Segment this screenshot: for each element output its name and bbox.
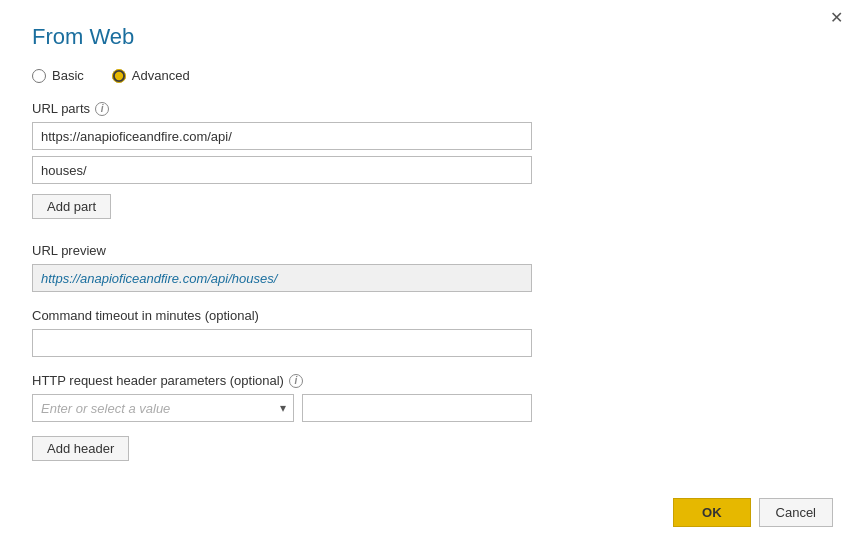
- advanced-label: Advanced: [132, 68, 190, 83]
- header-select-wrapper: Enter or select a value: [32, 394, 294, 422]
- basic-label: Basic: [52, 68, 84, 83]
- url-parts-label: URL parts i: [32, 101, 825, 116]
- basic-radio[interactable]: [32, 69, 46, 83]
- url-preview-value: https://anapioficeandfire.com/api/houses…: [32, 264, 532, 292]
- url-part-1-input[interactable]: [32, 122, 532, 150]
- command-timeout-input[interactable]: [32, 329, 532, 357]
- http-header-label: HTTP request header parameters (optional…: [32, 373, 825, 388]
- dialog-footer: OK Cancel: [673, 498, 833, 527]
- url-preview-label: URL preview: [32, 243, 825, 258]
- header-value-input[interactable]: [302, 394, 532, 422]
- cancel-button[interactable]: Cancel: [759, 498, 833, 527]
- ok-button[interactable]: OK: [673, 498, 751, 527]
- header-select[interactable]: Enter or select a value: [32, 394, 294, 422]
- mode-radio-group: Basic Advanced: [32, 68, 825, 83]
- add-header-button[interactable]: Add header: [32, 436, 129, 461]
- basic-radio-option[interactable]: Basic: [32, 68, 84, 83]
- advanced-radio[interactable]: [112, 69, 126, 83]
- advanced-radio-option[interactable]: Advanced: [112, 68, 190, 83]
- url-part-2-input[interactable]: [32, 156, 532, 184]
- url-parts-info-icon: i: [95, 102, 109, 116]
- add-part-button[interactable]: Add part: [32, 194, 111, 219]
- http-header-params-row: Enter or select a value: [32, 394, 825, 422]
- http-header-info-icon: i: [289, 374, 303, 388]
- command-timeout-label: Command timeout in minutes (optional): [32, 308, 825, 323]
- from-web-dialog: ✕ From Web Basic Advanced URL parts i Ad…: [0, 0, 857, 547]
- dialog-title: From Web: [32, 24, 825, 50]
- close-button[interactable]: ✕: [830, 10, 843, 26]
